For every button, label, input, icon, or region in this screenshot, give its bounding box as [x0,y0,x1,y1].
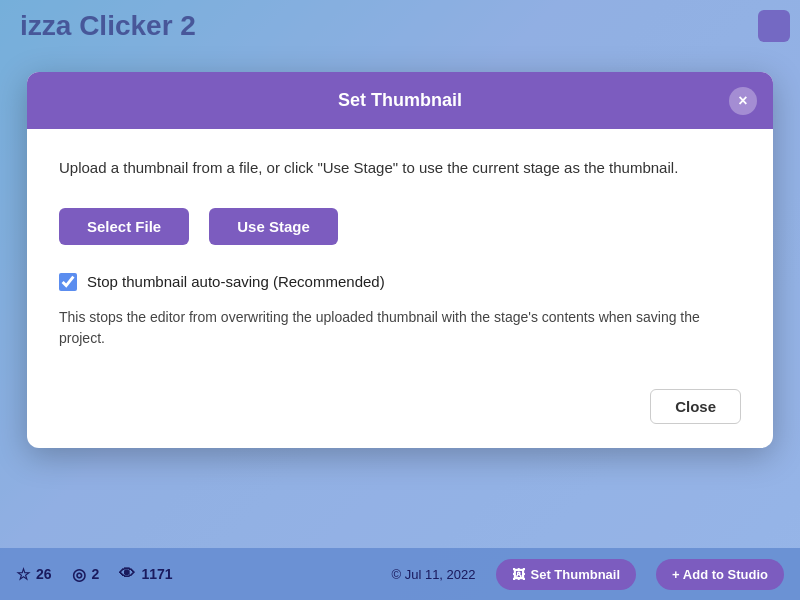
star-stat: ☆ 26 [16,565,52,584]
thumbnail-icon: 🖼 [512,567,525,582]
remix-count: 2 [92,566,100,582]
set-thumbnail-label: Set Thumbnail [531,567,621,582]
add-to-studio-button[interactable]: + Add to Studio [656,559,784,590]
use-stage-button[interactable]: Use Stage [209,208,338,245]
modal-footer: Close [59,381,741,424]
modal-body: Upload a thumbnail from a file, or click… [27,129,773,448]
star-icon: ☆ [16,565,30,584]
set-thumbnail-button[interactable]: 🖼 Set Thumbnail [496,559,637,590]
set-thumbnail-modal: Set Thumbnail × Upload a thumbnail from … [27,72,773,448]
view-stat: 👁 1171 [119,565,172,583]
remix-stat: ◎ 2 [72,565,100,584]
modal-title: Set Thumbnail [338,90,462,111]
modal-note: This stops the editor from overwriting t… [59,307,741,349]
add-studio-label: + Add to Studio [672,567,768,582]
select-file-button[interactable]: Select File [59,208,189,245]
auto-save-checkbox[interactable] [59,273,77,291]
modal-header: Set Thumbnail × [27,72,773,129]
remix-icon: ◎ [72,565,86,584]
view-icon: 👁 [119,565,135,583]
modal-actions: Select File Use Stage [59,208,741,245]
modal-close-button[interactable]: × [729,87,757,115]
view-count: 1171 [141,566,172,582]
auto-save-label: Stop thumbnail auto-saving (Recommended) [87,273,385,290]
date-label: © Jul 11, 2022 [391,567,475,582]
star-count: 26 [36,566,52,582]
bottom-bar: ☆ 26 ◎ 2 👁 1171 © Jul 11, 2022 🖼 Set Thu… [0,548,800,600]
auto-save-checkbox-row: Stop thumbnail auto-saving (Recommended) [59,273,741,291]
modal-description: Upload a thumbnail from a file, or click… [59,157,741,180]
close-button[interactable]: Close [650,389,741,424]
